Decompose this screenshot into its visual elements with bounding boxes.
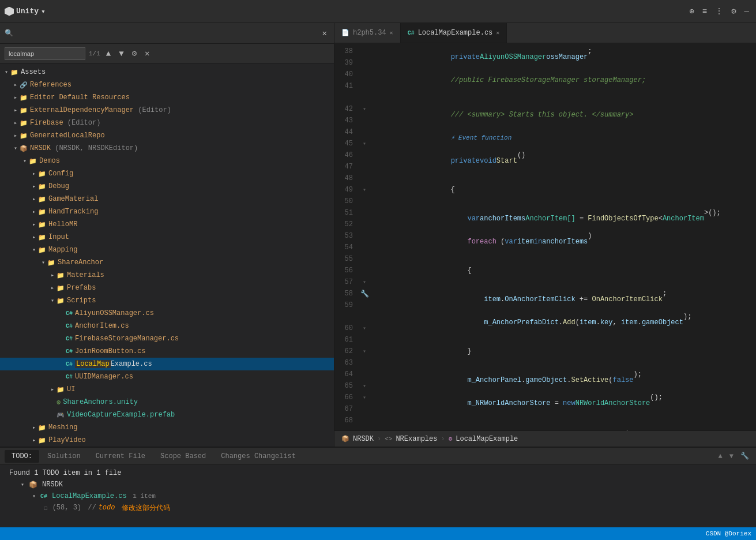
config-arrow: ▸ [30,170,38,177]
todo-filter-icon[interactable]: 🔧 [738,451,751,462]
breadcrumb-localmapexample[interactable]: LocalMapExample [456,435,518,443]
breadcrumb-nrexamples[interactable]: NRExamples [396,435,437,443]
csdn-label: CSDN @Doriex [706,530,751,537]
prev-match-icon[interactable]: ▲ [104,48,113,59]
tab-h2ph534-close[interactable]: ✕ [390,29,393,36]
joinroom-cs-icon: C# [66,348,73,355]
tree-item-anchoritem[interactable]: C# AnchorItem.cs [0,320,334,332]
tree-item-shareanchors[interactable]: ⚙ ShareAnchors.unity [0,396,334,408]
tree-item-mapping[interactable]: ▾ 📁 Mapping [0,243,334,256]
meshing-arrow: ▸ [30,424,38,431]
demos-icon: 📁 [29,158,37,165]
todo-file-label[interactable]: LocalMapExample.cs [52,492,127,500]
columns-icon[interactable]: ⋮ [713,5,725,17]
firebase-icon: 📁 [20,119,28,127]
bottom-tab-scope-based[interactable]: Scope Based [153,450,213,463]
tree-item-gamematerial[interactable]: ▸ 📁 GameMaterial [0,193,334,205]
tree-item-ui[interactable]: ▸ 📁 UI [0,383,334,396]
ui-arrow: ▸ [48,386,57,393]
tree-item-config[interactable]: ▸ 📁 Config [0,167,334,180]
tree-item-handtracking[interactable]: ▸ 📁 HandTracking [0,205,334,218]
todo-scroll-down-icon[interactable]: ▼ [727,451,736,462]
search-settings-icon[interactable]: ⚙ [130,47,139,59]
code-line-46: { [376,253,756,288]
tree-item-joinroom[interactable]: C# JoinRoomButton.cs [0,345,334,358]
tree-item-ext-dep[interactable]: ▸ 📁 ExternalDependencyManager (Editor) [0,104,334,117]
tree-search-icon: 🔍 [5,29,13,38]
todo-group-nrsdk[interactable]: ▾ 📦 NRSDK [5,479,751,490]
tree-item-materials[interactable]: ▸ 📁 Materials [0,269,334,282]
bottom-panel: TODO: Solution Current File Scope Based … [0,447,756,527]
global-search-icon[interactable]: ⊕ [687,5,696,17]
tree-item-nrsdk[interactable]: ▾ 📦 NRSDK (NRSDK, NRSDKEditor) [0,142,334,155]
tree-item-videocapture[interactable]: 🎮 VideoCaptureExample.prefab [0,408,334,421]
tree-item-hellomr[interactable]: ▸ 📁 HelloMR [0,218,334,231]
tree-item-assets[interactable]: ▾ 📁 Assets [0,66,334,78]
todo-scroll-up-icon[interactable]: ▲ [716,451,725,462]
bottom-tab-changes[interactable]: Changes Changelist [214,450,303,463]
minimize-icon[interactable]: — [742,6,751,17]
tree-item-localmap[interactable]: C# LocalMapExample.cs [0,358,334,370]
tree-item-meshing[interactable]: ▸ 📁 Meshing [0,421,334,434]
code-line-41: /// <summary> Starts this object. </summ… [376,103,756,126]
tab-localmap-cs[interactable]: C# LocalMapExample.cs ✕ [401,23,507,43]
list-icon[interactable]: ≡ [700,6,709,17]
next-match-icon[interactable]: ▼ [116,48,126,59]
tree-item-firebase[interactable]: ▸ 📁 Firebase (Editor) [0,117,334,129]
scripts-icon: 📁 [57,297,65,305]
todo-item-58[interactable]: ☐ (58, 3) // todo 修改这部分代码 [5,502,751,513]
gamematerial-label: GameMaterial [48,195,98,203]
references-icon: 🔗 [20,81,28,89]
handtracking-arrow: ▸ [30,208,38,215]
breadcrumb-nrsdk[interactable]: NRSDK [353,435,374,443]
tree-item-playvideo[interactable]: ▸ 📁 PlayVideo [0,434,334,447]
breadcrumb-nrsdk-icon: 📦 [341,435,349,442]
todo-item-location: (58, 3) [52,504,81,512]
tree-item-shareanchor[interactable]: ▾ 📁 ShareAnchor [0,256,334,269]
scripts-label: Scripts [67,297,96,305]
bottom-tab-solution[interactable]: Solution [40,450,88,463]
tab-h2ph534-label: h2ph5.34 [353,29,386,37]
prefabs-icon: 📁 [57,284,65,292]
generated-arrow: ▸ [12,132,20,139]
tree-item-references[interactable]: ▸ 🔗 References [0,78,334,91]
search-input[interactable] [5,47,85,60]
bottom-tab-current-file[interactable]: Current File [89,450,152,463]
tree-item-prefabs[interactable]: ▸ 📁 Prefabs [0,282,334,294]
tree-item-scripts[interactable]: ▾ 📁 Scripts [0,294,334,307]
tree-item-input[interactable]: ▸ 📁 Input [0,231,334,243]
tree-item-uuid[interactable]: C# UUIDManager.cs [0,370,334,383]
tab-h2ph534[interactable]: 📄 h2ph5.34 ✕ [334,23,401,43]
close-find-icon[interactable]: ✕ [142,47,152,59]
firebase-storage-label: FirebaseStorageManager.cs [75,335,179,343]
tree-item-debug[interactable]: ▸ 📁 Debug [0,180,334,193]
unity-dropdown-arrow[interactable]: ▾ [41,7,46,16]
unity-logo[interactable]: Unity ▾ [5,7,46,16]
demos-arrow: ▾ [21,158,29,164]
shareanchor-icon: 📁 [47,259,55,267]
editor-default-label: Editor Default Resources [30,93,130,102]
materials-arrow: ▸ [48,272,57,279]
tree-item-demos[interactable]: ▾ 📁 Demos [0,155,334,167]
tree-item-aliyun[interactable]: C# AliyunOSSManager.cs [0,307,334,320]
bottom-tab-todo[interactable]: TODO: [5,450,39,463]
tab-localmap-cs-close[interactable]: ✕ [496,29,499,36]
firebase-label: Firebase (Editor) [30,119,100,127]
tree-item-editor-default[interactable]: ▸ 📁 Editor Default Resources [0,91,334,104]
settings-icon[interactable]: ⚙ [729,5,738,17]
todo-file-localmap[interactable]: ▾ C# LocalMapExample.cs 1 item [5,490,751,502]
find-count: 1/1 [89,50,100,57]
sidebar-header: 🔍 ✕ [0,23,334,44]
bottom-tabs: TODO: Solution Current File Scope Based … [0,448,756,465]
tree-item-generated[interactable]: ▸ 📁 GeneratedLocalRepo [0,129,334,142]
code-editor[interactable]: private AliyunOSSManager ossManager; //p… [371,43,756,430]
prefabs-arrow: ▸ [48,284,57,291]
bottom-content: Found 1 TODO item in 1 file ▾ 📦 NRSDK ▾ … [0,465,756,527]
close-search-icon[interactable]: ✕ [320,27,329,39]
tree-item-firebase-storage[interactable]: C# FirebaseStorageManager.cs [0,332,334,345]
todo-nrsdk-icon: 📦 [29,481,37,489]
breadcrumb-nrexamples-icon: <> [385,436,392,442]
code-line-45: foreach (var item in anchorItems) [376,230,756,253]
tab-bar: 📄 h2ph5.34 ✕ C# LocalMapExample.cs ✕ [334,23,756,43]
references-label: References [30,81,72,89]
